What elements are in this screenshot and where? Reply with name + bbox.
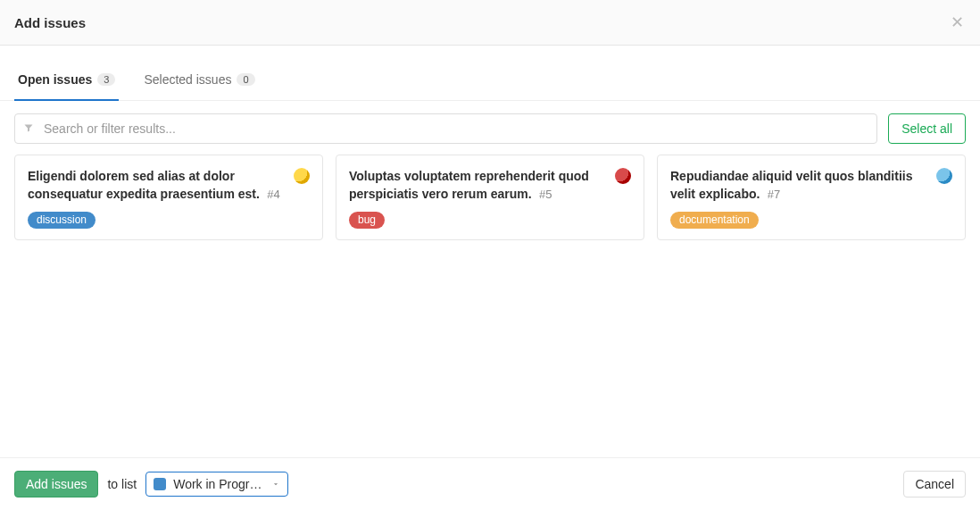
issue-list-scroll[interactable]: Eligendi dolorem sed alias at dolor cons…	[0, 155, 980, 457]
tabs: Open issues 3 Selected issues 0	[0, 63, 980, 101]
issue-title-block: Repudiandae aliquid velit quos blanditii…	[670, 168, 929, 203]
issue-ref: #7	[768, 188, 780, 201]
tab-open-label: Open issues	[18, 72, 92, 87]
avatar-icon	[294, 168, 310, 184]
label-pill: discussion	[28, 212, 96, 229]
issue-labels: discussion	[28, 212, 310, 229]
issue-title: Repudiandae aliquid velit quos blanditii…	[670, 169, 912, 201]
label-pill: documentation	[670, 212, 759, 229]
tab-selected-label: Selected issues	[144, 72, 231, 87]
to-list-text: to list	[107, 477, 137, 491]
issue-title: Voluptas voluptatem reprehenderit quod p…	[349, 169, 589, 201]
modal-title: Add issues	[14, 15, 86, 30]
issue-labels: bug	[349, 212, 631, 229]
modal-header: Add issues ✕	[0, 0, 980, 46]
issue-card[interactable]: Repudiandae aliquid velit quos blanditii…	[657, 155, 966, 240]
footer-left: Add issues to list Work in Progr…	[14, 471, 288, 497]
toolbar: Select all	[0, 101, 980, 155]
cancel-button[interactable]: Cancel	[903, 471, 966, 497]
select-all-button[interactable]: Select all	[888, 113, 966, 144]
filter-icon	[23, 121, 34, 137]
list-select-label: Work in Progr…	[173, 477, 264, 491]
add-issues-button[interactable]: Add issues	[14, 471, 98, 497]
list-select-dropdown[interactable]: Work in Progr…	[145, 472, 288, 497]
close-icon[interactable]: ✕	[948, 13, 966, 32]
issue-card[interactable]: Eligendi dolorem sed alias at dolor cons…	[14, 155, 323, 240]
issue-title-block: Voluptas voluptatem reprehenderit quod p…	[349, 168, 608, 203]
issue-labels: documentation	[670, 212, 952, 229]
search-input[interactable]	[14, 113, 877, 144]
tab-open-count: 3	[97, 73, 115, 86]
issue-title: Eligendi dolorem sed alias at dolor cons…	[28, 169, 260, 201]
avatar-icon	[936, 168, 952, 184]
chevron-down-icon	[271, 477, 280, 491]
modal-footer: Add issues to list Work in Progr… Cancel	[0, 457, 980, 510]
tab-open-issues[interactable]: Open issues 3	[14, 63, 119, 101]
tab-selected-count: 0	[237, 73, 254, 86]
issue-ref: #5	[539, 188, 552, 201]
label-pill: bug	[349, 212, 385, 229]
avatar-icon	[615, 168, 631, 184]
issue-cards-row: Eligendi dolorem sed alias at dolor cons…	[14, 155, 966, 240]
tab-selected-issues[interactable]: Selected issues 0	[140, 63, 258, 101]
issue-title-block: Eligendi dolorem sed alias at dolor cons…	[28, 168, 287, 203]
search-wrap	[14, 113, 877, 144]
issue-ref: #4	[267, 188, 279, 201]
list-color-swatch	[154, 478, 166, 490]
issue-card[interactable]: Voluptas voluptatem reprehenderit quod p…	[336, 155, 644, 240]
